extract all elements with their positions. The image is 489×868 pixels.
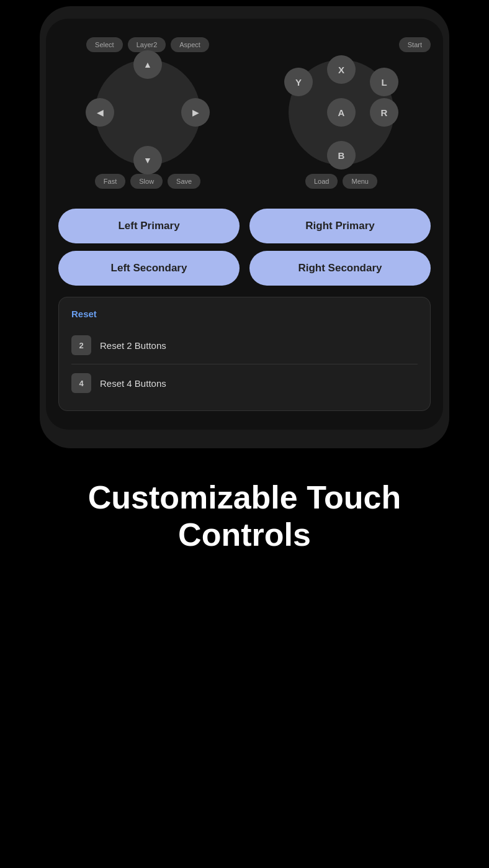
load-button[interactable]: Load (305, 174, 338, 189)
face-b-button[interactable]: B (327, 141, 356, 170)
reset-panel-title: Reset (71, 309, 418, 319)
left-controller: Select Layer2 Aspect ▲ ▼ ◀ ▶ Fast Slow S… (58, 37, 237, 189)
face-x-button[interactable]: X (327, 55, 356, 84)
reset-2-buttons-item[interactable]: 2 Reset 2 Buttons (71, 329, 418, 361)
left-secondary-button[interactable]: Left Secondary (58, 251, 240, 286)
right-primary-button[interactable]: Right Primary (249, 209, 431, 243)
dpad-right-button[interactable]: ▶ (181, 98, 210, 127)
reset-4-icon: 4 (71, 373, 91, 393)
dpad-center: ▲ ▼ ◀ ▶ (117, 81, 179, 143)
aspect-button[interactable]: Aspect (171, 37, 209, 52)
start-row: Start (252, 37, 431, 52)
dpad-down-button[interactable]: ▼ (133, 146, 162, 174)
right-controller: Start X L Y A R B Load Menu (252, 37, 431, 189)
menu-button[interactable]: Menu (343, 174, 377, 189)
face-r-button[interactable]: R (370, 98, 398, 127)
headline: Customizable Touch Controls (0, 448, 489, 579)
phone-screen: Select Layer2 Aspect ▲ ▼ ◀ ▶ Fast Slow S… (46, 19, 443, 430)
select-button[interactable]: Select (86, 37, 123, 52)
reset-2-icon: 2 (71, 335, 91, 355)
dpad-up-button[interactable]: ▲ (133, 50, 162, 79)
right-secondary-button[interactable]: Right Secondary (249, 251, 431, 286)
reset-4-label: Reset 4 Buttons (100, 378, 166, 389)
primary-buttons-row: Left Primary Right Primary (58, 209, 431, 243)
reset-panel: Reset 2 Reset 2 Buttons 4 Reset 4 Button… (58, 297, 431, 411)
face-center: X L Y A R B (316, 88, 366, 137)
face-l-button[interactable]: L (370, 68, 398, 96)
reset-2-label: Reset 2 Buttons (100, 340, 166, 351)
bottom-left-row: Fast Slow Save (95, 174, 200, 189)
save-button[interactable]: Save (168, 174, 200, 189)
face-y-button[interactable]: Y (284, 68, 313, 96)
dpad-left-button[interactable]: ◀ (86, 98, 114, 127)
phone-wrapper: Select Layer2 Aspect ▲ ▼ ◀ ▶ Fast Slow S… (40, 6, 449, 448)
face-a-button[interactable]: A (327, 98, 356, 127)
controller-area: Select Layer2 Aspect ▲ ▼ ◀ ▶ Fast Slow S… (58, 31, 431, 201)
start-button[interactable]: Start (399, 37, 431, 52)
secondary-buttons-row: Left Secondary Right Secondary (58, 251, 431, 286)
left-primary-button[interactable]: Left Primary (58, 209, 240, 243)
fast-button[interactable]: Fast (95, 174, 125, 189)
reset-4-buttons-item[interactable]: 4 Reset 4 Buttons (71, 367, 418, 399)
bottom-right-row: Load Menu (305, 174, 377, 189)
face-buttons-container: X L Y A R B (289, 60, 394, 165)
dpad-container: ▲ ▼ ◀ ▶ (95, 60, 200, 165)
slow-button[interactable]: Slow (130, 174, 163, 189)
reset-divider (71, 364, 418, 364)
